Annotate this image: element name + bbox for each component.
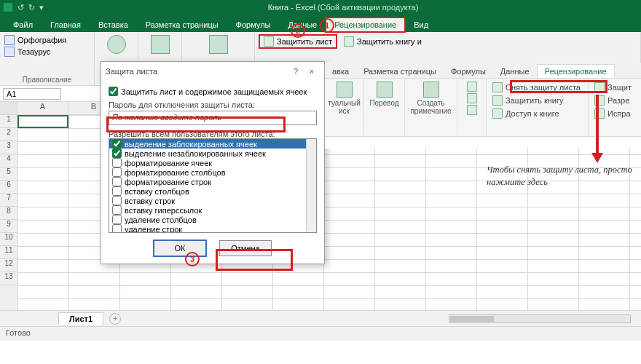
protect-contents-input[interactable] bbox=[109, 87, 118, 96]
permissions-list[interactable]: выделение заблокированных ячееквыделение… bbox=[109, 138, 317, 233]
tab-insert[interactable]: Вставка bbox=[90, 17, 137, 32]
permission-checkbox[interactable] bbox=[112, 139, 122, 149]
unprotect-sheet-button[interactable]: Снять защиту листа bbox=[491, 82, 582, 93]
permission-item[interactable]: форматирование ячеек bbox=[109, 158, 316, 167]
undo-icon[interactable]: ↺ bbox=[17, 3, 24, 12]
abc-icon bbox=[4, 35, 15, 45]
tab-home[interactable]: Главная bbox=[42, 17, 90, 32]
protect-share-button[interactable]: Защит bbox=[593, 82, 633, 93]
ink-icon bbox=[337, 82, 353, 98]
row-header[interactable]: 2 bbox=[0, 128, 17, 141]
permission-checkbox[interactable] bbox=[112, 196, 122, 205]
permission-item[interactable]: вставку гиперссылок bbox=[109, 205, 316, 215]
permission-item[interactable]: вставку столбцов bbox=[109, 186, 316, 196]
sheet-tab[interactable]: Лист1 bbox=[58, 312, 103, 325]
protect-share-icon bbox=[594, 82, 605, 92]
permission-label: вставку гиперссылок bbox=[125, 206, 202, 215]
tab2-formulas[interactable]: Формулы bbox=[444, 65, 493, 78]
name-box[interactable]: A1 bbox=[3, 88, 61, 100]
protect-contents-checkbox[interactable]: Защитить лист и содержимое защищаемых яч… bbox=[109, 87, 317, 96]
permission-checkbox[interactable] bbox=[112, 186, 122, 196]
permission-checkbox[interactable] bbox=[112, 158, 122, 167]
prev-comment-icon[interactable] bbox=[467, 82, 477, 92]
tab-page-layout[interactable]: Разметка страницы bbox=[137, 17, 227, 32]
col-header[interactable]: A bbox=[17, 102, 68, 114]
permission-checkbox[interactable] bbox=[112, 167, 122, 177]
permission-checkbox[interactable] bbox=[112, 215, 122, 224]
callout-arrow-head bbox=[591, 153, 603, 163]
permission-checkbox[interactable] bbox=[112, 177, 122, 186]
row-header[interactable]: 1 bbox=[0, 115, 17, 128]
permissions-scrollbar[interactable] bbox=[306, 139, 316, 232]
row-header[interactable]: 10 bbox=[0, 233, 17, 246]
permission-item[interactable]: выделение заблокированных ячеек bbox=[109, 139, 316, 149]
tab2-data[interactable]: Данные bbox=[493, 65, 537, 78]
lock-icon bbox=[344, 36, 354, 47]
permission-item[interactable]: удаление столбцов bbox=[109, 215, 316, 224]
save-icon[interactable] bbox=[3, 2, 13, 12]
permission-item[interactable]: форматирование строк bbox=[109, 177, 316, 186]
cancel-button[interactable]: Отмена bbox=[219, 240, 272, 256]
protect-workbook-button[interactable]: Защитить книгу и bbox=[341, 35, 425, 48]
horizontal-scrollbar[interactable] bbox=[449, 314, 631, 323]
row-header[interactable]: 5 bbox=[0, 167, 17, 181]
permission-checkbox[interactable] bbox=[112, 205, 122, 215]
tab2-insert[interactable]: авка bbox=[325, 65, 356, 78]
annotation-note: Чтобы снять защиту листа, просто нажмите… bbox=[487, 164, 636, 189]
spelling-button[interactable]: Орфография bbox=[4, 35, 90, 45]
row-header[interactable]: 9 bbox=[0, 220, 17, 233]
tab-view[interactable]: Вид bbox=[405, 17, 437, 32]
translate-button[interactable] bbox=[148, 33, 173, 55]
thesaurus-button[interactable]: Тезаурус bbox=[4, 47, 90, 57]
comment-icon bbox=[209, 35, 228, 54]
next-comment-icon[interactable] bbox=[467, 93, 477, 103]
tab-review[interactable]: Рецензирование bbox=[326, 17, 405, 32]
row-header[interactable]: 13 bbox=[0, 272, 17, 285]
permission-item[interactable]: форматирование столбцов bbox=[109, 167, 316, 177]
translate-icon-2 bbox=[377, 82, 393, 98]
row-header[interactable]: 4 bbox=[0, 154, 17, 167]
tab2-page-layout[interactable]: Разметка страницы bbox=[356, 65, 444, 78]
comment-icon-2 bbox=[423, 82, 439, 98]
track-changes-button[interactable]: Испра bbox=[593, 108, 632, 119]
row-header[interactable]: 8 bbox=[0, 207, 17, 220]
group-proofing-label: Правописание bbox=[4, 76, 90, 84]
protect-workbook-button-2[interactable]: Защитить книгу bbox=[491, 95, 565, 106]
add-sheet-button[interactable]: + bbox=[109, 313, 121, 325]
secondary-ribbon-overlay: авка Разметка страницы Формулы Данные Ре… bbox=[325, 63, 641, 149]
password-input[interactable]: По желанию введите пароль bbox=[109, 111, 317, 125]
select-all-corner[interactable] bbox=[0, 102, 17, 114]
new-comment-button-2[interactable]: Создать примечание bbox=[410, 99, 451, 115]
permission-item[interactable]: удаление строк bbox=[109, 224, 316, 233]
smart-lookup-button[interactable] bbox=[104, 33, 129, 55]
new-comment-button[interactable] bbox=[206, 33, 231, 55]
lock-icon-2 bbox=[492, 95, 503, 106]
row-header[interactable]: 12 bbox=[0, 259, 17, 272]
permission-item[interactable]: вставку строк bbox=[109, 196, 316, 205]
show-comments-icon[interactable] bbox=[467, 105, 477, 115]
translate-button-2[interactable]: Перевод bbox=[369, 99, 398, 107]
permission-checkbox[interactable] bbox=[112, 224, 122, 233]
book-icon bbox=[4, 47, 15, 57]
tab-data[interactable]: Данные bbox=[279, 17, 326, 32]
row-header[interactable]: 6 bbox=[0, 181, 17, 194]
ok-button[interactable]: ОК bbox=[154, 240, 206, 256]
virtual-ink-label[interactable]: туальный иск bbox=[328, 99, 360, 115]
row-header[interactable]: 7 bbox=[0, 194, 17, 207]
qat-dropdown-icon[interactable]: ▾ bbox=[39, 3, 44, 12]
close-button[interactable]: × bbox=[304, 67, 320, 76]
share-workbook-button[interactable]: Доступ к книге bbox=[491, 108, 561, 119]
ribbon-tabs: Файл Главная Вставка Разметка страницы Ф… bbox=[0, 15, 641, 32]
redo-icon[interactable]: ↻ bbox=[28, 3, 35, 12]
tab-file[interactable]: Файл bbox=[4, 17, 42, 32]
row-headers: 1 2 3 4 5 6 7 8 9 10 11 12 13 bbox=[0, 115, 17, 310]
tab-formulas[interactable]: Формулы bbox=[227, 17, 280, 32]
permission-label: форматирование ячеек bbox=[125, 159, 212, 167]
row-header[interactable]: 3 bbox=[0, 141, 17, 154]
permission-checkbox[interactable] bbox=[112, 149, 122, 158]
tab2-review[interactable]: Рецензирование bbox=[537, 64, 615, 78]
row-header[interactable]: 11 bbox=[0, 246, 17, 259]
protect-sheet-button[interactable]: Защитить лист bbox=[259, 35, 337, 48]
help-button[interactable]: ? bbox=[288, 67, 304, 76]
permission-item[interactable]: выделение незаблокированных ячеек bbox=[109, 149, 316, 158]
